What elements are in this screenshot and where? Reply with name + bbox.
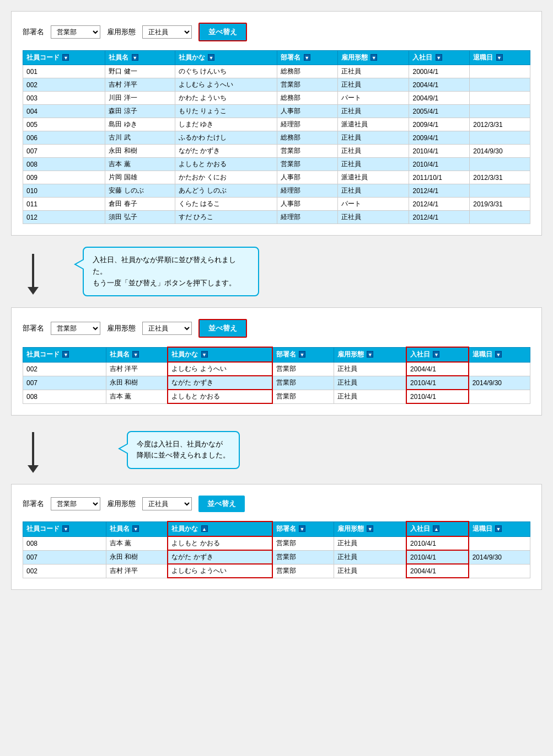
th-code-1: 社員コード ▼ bbox=[23, 51, 105, 65]
table-row: 正社員 bbox=[337, 105, 409, 118]
table-row: かたおか くにお bbox=[175, 171, 277, 184]
table-row: 総務部 bbox=[277, 131, 338, 145]
dept-select-3[interactable]: 営業部 bbox=[51, 497, 100, 510]
employee-table-3: 社員コード ▼ 社員名 ▼ 社員かな ▲ 部署名 ▼ 雇用形態 ▼ 入社日 ▲ … bbox=[23, 521, 530, 578]
emp-select-1[interactable]: 正社員 bbox=[142, 25, 192, 39]
table-row: 吉本 薫 bbox=[106, 390, 168, 403]
table-row: 営業部 bbox=[272, 390, 334, 403]
table-row: 永田 和樹 bbox=[105, 145, 175, 158]
table-row: かわた よういち bbox=[175, 92, 277, 105]
table-row: 片岡 国雄 bbox=[105, 171, 175, 184]
sort-icon-emp-2: ▼ bbox=[367, 351, 373, 358]
sort-icon-kana-2: ▼ bbox=[201, 351, 208, 358]
table-row: 営業部 bbox=[272, 550, 334, 564]
table-row: 2014/9/30 bbox=[469, 550, 530, 564]
table-row: 人事部 bbox=[277, 171, 338, 184]
emp-select-2[interactable]: 正社員 bbox=[142, 322, 192, 335]
table-row: 島田 ゆき bbox=[105, 118, 175, 131]
sort-button-2[interactable]: 並べ替え bbox=[198, 319, 247, 338]
table-row: 2012/4/1 bbox=[409, 198, 470, 211]
dept-label-2: 部署名 bbox=[23, 323, 44, 333]
th-kana-1: 社員かな ▼ bbox=[175, 51, 277, 65]
table-row: 2012/4/1 bbox=[409, 184, 470, 198]
table-row: 2012/3/31 bbox=[470, 118, 530, 131]
table-row: 2000/4/1 bbox=[409, 65, 470, 78]
table-row: 正社員 bbox=[334, 376, 406, 390]
th-code-2: 社員コード ▼ bbox=[23, 347, 106, 362]
table-row: 2009/4/1 bbox=[409, 118, 470, 131]
table-row: 正社員 bbox=[334, 536, 406, 550]
sort-icon-dept-3: ▼ bbox=[299, 525, 305, 532]
table-row: 010 bbox=[23, 184, 105, 198]
table-row: 正社員 bbox=[337, 78, 409, 92]
table-row bbox=[470, 92, 530, 105]
sort-icon-code-1: ▼ bbox=[62, 54, 69, 61]
table-row: 2005/4/1 bbox=[409, 105, 470, 118]
sort-icon-retire-3: ▼ bbox=[495, 525, 502, 532]
dept-select-2[interactable]: 営業部 bbox=[51, 322, 100, 335]
th-retire-3: 退職日 ▼ bbox=[469, 521, 530, 536]
table-row: 営業部 bbox=[272, 376, 334, 390]
tooltip-2: 今度は入社日、社員かなが 降順に並べ替えられました。 bbox=[127, 431, 240, 470]
table-row: よしむら ようへい bbox=[175, 78, 277, 92]
table-row: 営業部 bbox=[277, 78, 338, 92]
sort-icon-emp-3: ▼ bbox=[367, 525, 373, 532]
th-dept-3: 部署名 ▼ bbox=[272, 521, 334, 536]
sort-icon-retire-2: ▼ bbox=[495, 351, 502, 358]
table-row: パート bbox=[337, 198, 409, 211]
table-row bbox=[470, 184, 530, 198]
sort-icon-retire-1: ▼ bbox=[496, 54, 503, 61]
table-row: 正社員 bbox=[337, 131, 409, 145]
table-row: よしもと かおる bbox=[175, 158, 277, 171]
table-row: 001 bbox=[23, 65, 105, 78]
sort-button-3[interactable]: 並べ替え bbox=[198, 496, 245, 512]
table-row: 倉田 春子 bbox=[105, 198, 175, 211]
table-row: 004 bbox=[23, 105, 105, 118]
table-row: 2004/4/1 bbox=[409, 78, 470, 92]
table-row: 2012/3/31 bbox=[470, 171, 530, 184]
table-row bbox=[469, 536, 530, 550]
sort-button-1[interactable]: 並べ替え bbox=[198, 23, 247, 41]
table-row: ふるかわ たけし bbox=[175, 131, 277, 145]
sort-icon-hire-1: ▼ bbox=[436, 54, 442, 61]
emp-label-1: 雇用形態 bbox=[107, 27, 136, 37]
table-row: 吉本 薫 bbox=[105, 158, 175, 171]
th-retire-1: 退職日 ▼ bbox=[470, 51, 530, 65]
th-kana-3: 社員かな ▲ bbox=[168, 521, 272, 536]
emp-select-3[interactable]: 正社員 bbox=[142, 497, 192, 510]
table-row: 2014/9/30 bbox=[469, 376, 530, 390]
table-row: ながた かずき bbox=[175, 145, 277, 158]
table-row: 2004/4/1 bbox=[406, 362, 469, 376]
th-code-3: 社員コード ▼ bbox=[23, 521, 106, 536]
sort-icon-kana-1: ▼ bbox=[208, 54, 214, 61]
dept-label-1: 部署名 bbox=[23, 27, 44, 37]
table-row bbox=[470, 65, 530, 78]
table-row: 派遣社員 bbox=[337, 118, 409, 131]
table-row: しまだ ゆき bbox=[175, 118, 277, 131]
dept-select-1[interactable]: 営業部 bbox=[51, 25, 100, 39]
th-hire-3: 入社日 ▲ bbox=[406, 521, 469, 536]
between-section-2: 今度は入社日、社員かなが 降順に並べ替えられました。 bbox=[11, 427, 542, 473]
table-row: 2012/4/1 bbox=[409, 211, 470, 224]
panel-3: 部署名 営業部 雇用形態 正社員 並べ替え 社員コード ▼ 社員名 ▼ 社員かな… bbox=[11, 484, 542, 590]
sort-icon-hire-2: ▼ bbox=[433, 351, 439, 358]
table-row: パート bbox=[337, 92, 409, 105]
table-row: のぐち けんいち bbox=[175, 65, 277, 78]
sort-icon-dept-2: ▼ bbox=[299, 351, 305, 358]
table-row: 経理部 bbox=[277, 211, 338, 224]
th-retire-2: 退職日 ▼ bbox=[469, 347, 530, 362]
table-row: ながた かずき bbox=[168, 550, 272, 564]
table-row bbox=[470, 158, 530, 171]
table-row: 007 bbox=[23, 376, 106, 390]
emp-label-2: 雇用形態 bbox=[107, 323, 136, 333]
table-row: 古川 武 bbox=[105, 131, 175, 145]
th-name-2: 社員名 ▼ bbox=[106, 347, 168, 362]
table-row: 012 bbox=[23, 211, 105, 224]
table-row bbox=[469, 390, 530, 403]
table-row: 正社員 bbox=[334, 564, 406, 578]
sort-icon-dept-1: ▼ bbox=[304, 54, 310, 61]
table-row bbox=[470, 131, 530, 145]
th-emp-3: 雇用形態 ▼ bbox=[334, 521, 406, 536]
table-row: 005 bbox=[23, 118, 105, 131]
table-row: 011 bbox=[23, 198, 105, 211]
